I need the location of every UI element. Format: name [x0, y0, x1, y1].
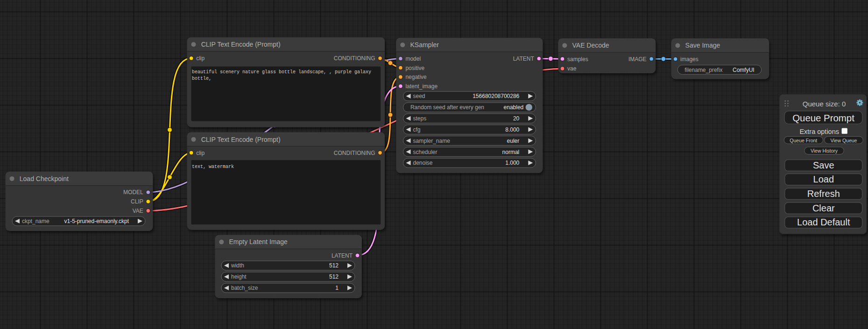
svg-text:bottle,: bottle,: [192, 76, 212, 81]
svg-text:scheduler: scheduler: [413, 149, 438, 155]
svg-text:Queue Front: Queue Front: [790, 138, 817, 143]
svg-text:View Queue: View Queue: [830, 138, 857, 143]
svg-text:beautiful scenery nature glass: beautiful scenery nature glass bottle la…: [192, 70, 371, 75]
svg-text:Queue size: 0: Queue size: 0: [803, 100, 846, 108]
svg-text:Empty Latent Image: Empty Latent Image: [229, 238, 288, 245]
svg-text:IMAGE: IMAGE: [628, 56, 647, 63]
svg-text:KSampler: KSampler: [410, 41, 439, 49]
svg-text:512: 512: [329, 273, 339, 280]
svg-text:View History: View History: [811, 148, 838, 154]
svg-text:Clear: Clear: [812, 203, 835, 213]
svg-text:VAE Decode: VAE Decode: [572, 42, 609, 49]
svg-text:clip: clip: [196, 55, 205, 62]
svg-text:Load Default: Load Default: [797, 217, 850, 227]
svg-text:euler: euler: [507, 138, 520, 144]
svg-text:CLIP Text Encode (Prompt): CLIP Text Encode (Prompt): [201, 136, 281, 143]
svg-text:samples: samples: [567, 56, 588, 63]
svg-text:8.000: 8.000: [505, 126, 519, 133]
svg-text:Random seed after every gen: Random seed after every gen: [410, 104, 484, 111]
svg-text:v1-5-pruned-emaonly.ckpt: v1-5-pruned-emaonly.ckpt: [64, 218, 129, 224]
svg-text:LATENT: LATENT: [332, 252, 353, 259]
svg-text:latent_image: latent_image: [405, 83, 438, 90]
svg-text:156680208700286: 156680208700286: [473, 93, 519, 99]
svg-text:ckpt_name: ckpt_name: [22, 218, 49, 224]
svg-text:images: images: [680, 56, 699, 63]
svg-text:steps: steps: [413, 115, 427, 122]
svg-text:sampler_name: sampler_name: [413, 138, 451, 144]
svg-text:Refresh: Refresh: [807, 189, 840, 199]
svg-text:clip: clip: [196, 150, 205, 156]
svg-text:positive: positive: [405, 65, 424, 71]
svg-text:seed: seed: [413, 93, 425, 99]
svg-text:Save Image: Save Image: [685, 42, 720, 49]
svg-text:ComfyUI: ComfyUI: [733, 67, 755, 73]
svg-text:CONDITIONING: CONDITIONING: [334, 55, 375, 62]
svg-text:Load: Load: [813, 174, 834, 184]
svg-text:enabled: enabled: [504, 104, 524, 111]
svg-text:512: 512: [329, 262, 339, 269]
svg-text:model: model: [405, 56, 421, 62]
svg-text:LATENT: LATENT: [513, 56, 535, 62]
svg-text:Queue Prompt: Queue Prompt: [792, 113, 854, 123]
svg-text:text, watermark: text, watermark: [192, 164, 234, 169]
svg-text:Save: Save: [813, 160, 834, 170]
svg-text:filename_prefix: filename_prefix: [685, 67, 722, 73]
svg-text:vae: vae: [567, 65, 577, 72]
svg-text:CLIP Text Encode (Prompt): CLIP Text Encode (Prompt): [201, 41, 281, 48]
svg-text:1: 1: [335, 285, 339, 291]
svg-text:1.000: 1.000: [505, 160, 519, 166]
svg-text:Load Checkpoint: Load Checkpoint: [20, 175, 69, 182]
svg-text:Extra options: Extra options: [799, 128, 839, 135]
svg-text:CLIP: CLIP: [131, 198, 143, 205]
svg-text:20: 20: [513, 115, 520, 122]
svg-text:cfg: cfg: [413, 126, 421, 133]
svg-text:CONDITIONING: CONDITIONING: [334, 150, 375, 156]
svg-text:MODEL: MODEL: [123, 189, 143, 196]
svg-text:denoise: denoise: [413, 160, 433, 166]
svg-text:negative: negative: [405, 74, 427, 80]
svg-text:width: width: [231, 262, 244, 269]
svg-text:height: height: [231, 273, 247, 280]
svg-text:VAE: VAE: [133, 208, 143, 214]
svg-text:batch_size: batch_size: [231, 285, 258, 291]
svg-text:normal: normal: [502, 149, 520, 155]
